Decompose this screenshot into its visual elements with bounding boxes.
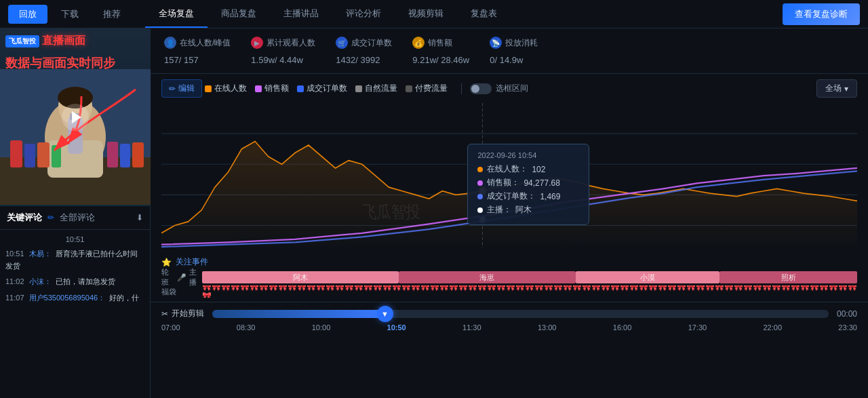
tooltip-dot-0 [477, 167, 483, 172]
tooltip-time: 2022-09-26 10:54 [477, 151, 579, 159]
edit-icon[interactable]: ✏ [47, 213, 54, 222]
tab-video[interactable]: 视频剪辑 [395, 1, 457, 28]
comment-user-1: 小沫： [29, 277, 52, 285]
comment-time-0: 10:51 [5, 250, 24, 258]
orders-icon: 🛒 [336, 37, 348, 49]
comment-time-1: 11:02 [5, 277, 24, 285]
stat-sales-value: 9.21w/ 28.46w [412, 51, 469, 66]
events-row-host: 轮班 🎤 主播 阿木 海崽 小漠 照析 [161, 271, 857, 283]
pencil-icon: ✏ [169, 84, 176, 94]
time-6: 16:00 [613, 323, 632, 332]
all-comments-link[interactable]: 全部评论 [60, 212, 95, 224]
chart-controls: ✏ 编辑 在线人数 销售额 成交订单数 自然流量 付费流量 选框区间 全场 ▾ [151, 74, 868, 103]
tab-quanchang[interactable]: 全场复盘 [145, 1, 208, 28]
tooltip-label-3: 主播： [487, 204, 511, 216]
svg-text:飞瓜智投: 飞瓜智投 [362, 203, 420, 222]
stat-online-sub: / 157 [179, 55, 199, 65]
stat-orders-sub: / 3992 [355, 55, 380, 65]
tooltip-row-2: 成交订单数： 1,469 [477, 191, 579, 202]
nav-buttons: 回放 下载 推荐 [8, 5, 132, 24]
legend-dot-orders [297, 85, 304, 92]
stat-sales-label: 销售额 [428, 37, 452, 49]
download-icon[interactable]: ⬇ [136, 213, 143, 222]
svg-rect-7 [10, 140, 22, 167]
end-time: 00:00 [837, 309, 857, 319]
tab-fupan[interactable]: 复盘表 [457, 1, 511, 28]
tab-zhubo[interactable]: 主播讲品 [270, 1, 332, 28]
tooltip-value-3: 阿木 [515, 204, 532, 216]
events-row-gift: 福袋 🎀🎀🎀🎀🎀🎀🎀🎀🎀🎀🎀🎀🎀🎀🎀🎀🎀🎀🎀🎀🎀🎀🎀🎀🎀🎀🎀🎀🎀🎀🎀🎀🎀🎀🎀🎀🎀… [161, 285, 857, 298]
legend-dot-natural [355, 85, 362, 92]
top-nav: 回放 下载 推荐 全场复盘 商品复盘 主播讲品 评论分析 视频剪辑 复盘表 查看… [0, 0, 868, 28]
comments-list: 10:51 10:51 木易： 唇育洗手液已拍什么时间发货 11:02 小沫： … [0, 230, 150, 398]
play-button[interactable] [62, 104, 89, 131]
playback-button[interactable]: 回放 [8, 5, 47, 24]
timeline-cursor[interactable]: ▼ [377, 306, 393, 322]
stat-adspend: 📡 投放消耗 0/ 14.9w [490, 37, 538, 66]
sales-icon: 💰 [412, 37, 425, 49]
comment-text-0: 唇育洗手液已拍什么时间发货 [5, 250, 138, 270]
svg-rect-8 [24, 144, 35, 167]
toggle-knob [471, 85, 479, 93]
play-icon [72, 111, 81, 123]
range-toggle: 选框区间 [470, 83, 528, 94]
tooltip-dot-3 [477, 207, 483, 213]
download-button[interactable]: 下载 [50, 5, 90, 24]
gift-icon: 🎀🎀🎀🎀🎀🎀🎀🎀🎀🎀🎀🎀🎀🎀🎀🎀🎀🎀🎀🎀🎀🎀🎀🎀🎀🎀🎀🎀🎀🎀🎀🎀🎀🎀🎀🎀🎀🎀🎀🎀… [202, 285, 857, 298]
timeline-controls: ✂ 开始剪辑 ▼ 00:00 [161, 308, 857, 319]
stat-orders-label: 成交订单数 [351, 37, 392, 49]
mic-icon: 🎤 [177, 273, 186, 282]
main-tabs: 全场复盘 商品复盘 主播讲品 评论分析 视频剪辑 复盘表 [145, 1, 783, 28]
tooltip-dot-2 [477, 194, 483, 199]
rotation-label: 轮班 [161, 267, 174, 287]
stat-online-label: 在线人数/峰值 [180, 37, 231, 49]
edit-button[interactable]: ✏ 编辑 [161, 79, 202, 98]
events-title-text: 关注事件 [176, 256, 208, 268]
chart-area[interactable]: 飞瓜智投 2022-09-26 10:54 在线人数： 102 [161, 103, 857, 252]
stat-viewers-header: ▶ 累计观看人数 [251, 37, 315, 49]
stat-orders: 🛒 成交订单数 1432/ 3992 [336, 37, 392, 66]
tab-pinglun[interactable]: 评论分析 [332, 1, 395, 28]
events-label-host: 轮班 🎤 主播 [161, 267, 202, 287]
comment-time-header: 10:51 [5, 233, 144, 246]
legend-dot-paid [406, 85, 412, 92]
comment-user-2: 用户5350056895046： [29, 294, 106, 302]
scissor-button[interactable]: ✂ 开始剪辑 [161, 308, 204, 319]
edit-label: 编辑 [178, 83, 195, 94]
timeline-progress [212, 310, 385, 318]
range-label: 选框区间 [496, 83, 528, 94]
stat-online: 👤 在线人数/峰值 157/ 157 [164, 37, 231, 66]
host-segment-amu: 阿木 [202, 271, 399, 283]
video-label: 飞瓜智投 直播画面 [5, 34, 85, 48]
tab-shangpin[interactable]: 商品复盘 [208, 1, 270, 28]
divider [461, 83, 462, 94]
tooltip-label-0: 在线人数： [487, 163, 528, 175]
host-label: 主播 [189, 267, 202, 287]
gift-label: 福袋 [161, 287, 176, 297]
legend-dot-online [205, 85, 212, 92]
range-toggle-switch[interactable] [470, 83, 492, 94]
online-icon: 👤 [164, 37, 176, 49]
events-label-gift: 福袋 [161, 287, 202, 297]
time-2: 10:00 [312, 323, 331, 332]
recommend-button[interactable]: 推荐 [92, 5, 132, 24]
host-segment-zhaoxi: 照析 [719, 271, 857, 283]
tooltip-row-1: 销售额： 94,277.68 [477, 177, 579, 188]
time-5: 13:00 [538, 323, 557, 332]
stat-sales: 💰 销售额 9.21w/ 28.46w [412, 37, 469, 66]
tooltip-value-0: 102 [532, 165, 545, 174]
events-title: ⭐ 关注事件 [161, 256, 857, 268]
video-container: 飞瓜智投 直播画面 数据与画面实时同步 [0, 28, 151, 206]
tooltip-row-0: 在线人数： 102 [477, 163, 579, 175]
diagnose-button[interactable]: 查看复盘诊断 [783, 3, 860, 25]
diagnose-area: 查看复盘诊断 [783, 3, 860, 25]
scissors-icon: ✂ [161, 309, 168, 319]
logo: 飞瓜智投 [5, 35, 39, 47]
stat-viewers: ▶ 累计观看人数 1.59w/ 4.44w [251, 37, 315, 66]
legend-label-orders: 成交订单数 [307, 83, 347, 94]
legend-label-paid: 付费流量 [415, 83, 448, 94]
comment-user-0: 木易： [29, 250, 52, 258]
fullscene-button[interactable]: 全场 ▾ [816, 79, 857, 98]
stat-viewers-sub: / 4.44w [275, 55, 303, 65]
timeline-bar[interactable]: ▼ [212, 310, 829, 318]
